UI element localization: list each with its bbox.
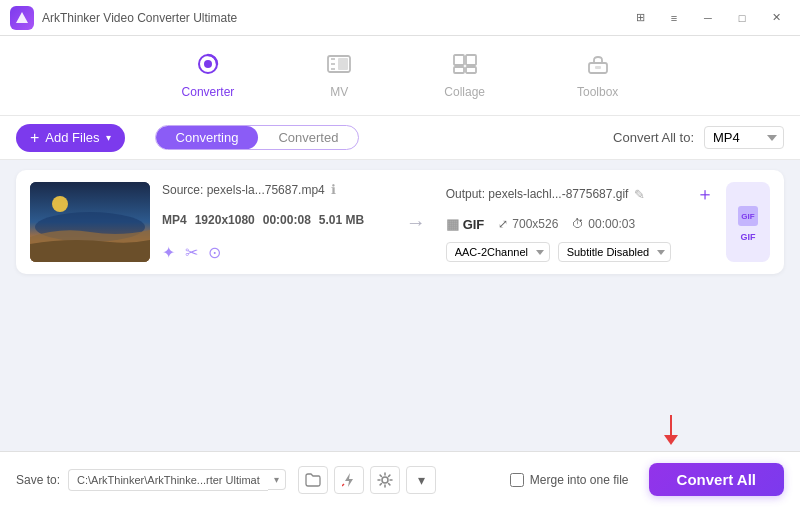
svg-marker-0 (16, 12, 28, 23)
add-files-label: Add Files (45, 130, 99, 145)
output-format-text: GIF (463, 217, 485, 232)
tab-converting[interactable]: Converting (156, 126, 259, 149)
toolbox-label: Toolbox (577, 85, 618, 99)
expand-icon: ⤢ (498, 217, 508, 231)
meta-resolution: 1920x1080 (195, 213, 255, 227)
mv-icon (326, 53, 352, 81)
convert-all-button[interactable]: Convert All (649, 463, 784, 496)
svg-line-17 (342, 484, 344, 486)
svg-text:GIF: GIF (741, 212, 754, 221)
magic-icon[interactable]: ✦ (162, 243, 175, 262)
effects-icon[interactable]: ⊙ (208, 243, 221, 262)
film-icon: ▦ (446, 216, 459, 232)
output-selects: AAC-2Channel AAC-5.1 MP3 Subtitle Disabl… (446, 242, 714, 262)
plus-icon: + (30, 129, 39, 147)
merge-label: Merge into one file (530, 473, 629, 487)
red-arrow-indicator (664, 415, 678, 445)
nav-collage[interactable]: Collage (428, 47, 501, 105)
add-output-button[interactable]: ＋ (696, 182, 714, 206)
meta-size: 5.01 MB (319, 213, 364, 227)
converter-label: Converter (182, 85, 235, 99)
save-path-wrap: ▾ (68, 469, 286, 491)
file-card: Source: pexels-la...75687.mp4 ℹ MP4 1920… (16, 170, 784, 274)
convert-all-to-label: Convert All to: (613, 130, 694, 145)
info-icon[interactable]: ℹ (331, 182, 336, 197)
output-info: Output: pexels-lachl...-8775687.gif ✎ ＋ … (446, 182, 714, 262)
output-resolution: 700x526 (512, 217, 558, 231)
close-button[interactable]: ✕ (762, 8, 790, 28)
save-to-label: Save to: (16, 473, 60, 487)
app-title: ArkThinker Video Converter Ultimate (42, 11, 626, 25)
clock-icon: ⏱ (572, 217, 584, 231)
converter-icon (195, 53, 221, 81)
source-text: Source: pexels-la...75687.mp4 (162, 183, 325, 197)
maximize-button[interactable]: □ (728, 8, 756, 28)
titlebar-controls: ⊞ ≡ ─ □ ✕ (626, 8, 790, 28)
grid-button[interactable]: ⊞ (626, 8, 654, 28)
save-path-dropdown[interactable]: ▾ (268, 469, 286, 490)
svg-rect-7 (454, 67, 464, 73)
file-actions: ✦ ✂ ⊙ (162, 243, 386, 262)
svg-point-18 (382, 477, 388, 483)
folder-open-button[interactable] (298, 466, 328, 494)
collage-icon (452, 53, 478, 81)
arrow-line (670, 415, 672, 435)
settings-button[interactable] (370, 466, 400, 494)
meta-duration: 00:00:08 (263, 213, 311, 227)
output-details: ▦ GIF ⤢ 700x526 ⏱ 00:00:03 (446, 216, 714, 232)
output-dimension-badge: ⤢ 700x526 (498, 217, 558, 231)
format-thumb-label: GIF (741, 232, 756, 242)
nav-converter[interactable]: Converter (166, 47, 251, 105)
nav-mv[interactable]: MV (310, 47, 368, 105)
svg-rect-4 (338, 58, 348, 70)
add-files-button[interactable]: + Add Files ▾ (16, 124, 125, 152)
content-area: Source: pexels-la...75687.mp4 ℹ MP4 1920… (0, 160, 800, 460)
output-duration-badge: ⏱ 00:00:03 (572, 217, 635, 231)
merge-wrap: Merge into one file (510, 473, 629, 487)
audio-channel-select[interactable]: AAC-2Channel AAC-5.1 MP3 (446, 242, 550, 262)
cut-icon[interactable]: ✂ (185, 243, 198, 262)
output-format-badge: ▦ GIF (446, 216, 485, 232)
output-filename: Output: pexels-lachl...-8775687.gif (446, 187, 629, 201)
svg-rect-10 (595, 66, 601, 69)
toolbar: + Add Files ▾ Converting Converted Conve… (0, 116, 800, 160)
subtitle-select[interactable]: Subtitle Disabled Subtitle Enabled (558, 242, 671, 262)
svg-rect-5 (454, 55, 464, 65)
mv-label: MV (330, 85, 348, 99)
caret-icon: ▾ (106, 132, 111, 143)
nav-toolbox[interactable]: Toolbox (561, 47, 634, 105)
toolbox-icon (585, 53, 611, 81)
collage-label: Collage (444, 85, 485, 99)
minimize-button[interactable]: ─ (694, 8, 722, 28)
arrow-head (664, 435, 678, 445)
bottom-icons: ▾ (298, 466, 436, 494)
file-info: Source: pexels-la...75687.mp4 ℹ MP4 1920… (162, 182, 386, 262)
output-source-text: Output: pexels-lachl...-8775687.gif ✎ (446, 187, 646, 202)
svg-point-2 (204, 60, 212, 68)
file-source: Source: pexels-la...75687.mp4 ℹ (162, 182, 386, 197)
tab-converted[interactable]: Converted (258, 126, 358, 149)
merge-checkbox[interactable] (510, 473, 524, 487)
titlebar: ArkThinker Video Converter Ultimate ⊞ ≡ … (0, 0, 800, 36)
format-select[interactable]: MP4 GIF AVI MKV MOV MP3 AAC (704, 126, 784, 149)
format-select-wrap: MP4 GIF AVI MKV MOV MP3 AAC (704, 126, 784, 149)
navbar: Converter MV Collage (0, 36, 800, 116)
more-options-button[interactable]: ▾ (406, 466, 436, 494)
tab-group: Converting Converted (155, 125, 360, 150)
file-meta: MP4 1920x1080 00:00:08 5.01 MB (162, 213, 386, 227)
svg-rect-6 (466, 55, 476, 65)
meta-codec: MP4 (162, 213, 187, 227)
output-header: Output: pexels-lachl...-8775687.gif ✎ ＋ (446, 182, 714, 206)
menu-button[interactable]: ≡ (660, 8, 688, 28)
flash-button[interactable] (334, 466, 364, 494)
video-thumbnail (30, 182, 150, 262)
save-path-input[interactable] (68, 469, 268, 491)
svg-rect-8 (466, 67, 476, 73)
svg-point-13 (52, 196, 68, 212)
arrow-separator: → (398, 182, 434, 262)
bottombar: Save to: ▾ ▾ Merge into one file Convert (0, 451, 800, 507)
output-duration: 00:00:03 (588, 217, 635, 231)
format-thumbnail[interactable]: GIF GIF (726, 182, 770, 262)
edit-icon[interactable]: ✎ (634, 187, 645, 202)
app-logo (10, 6, 34, 30)
